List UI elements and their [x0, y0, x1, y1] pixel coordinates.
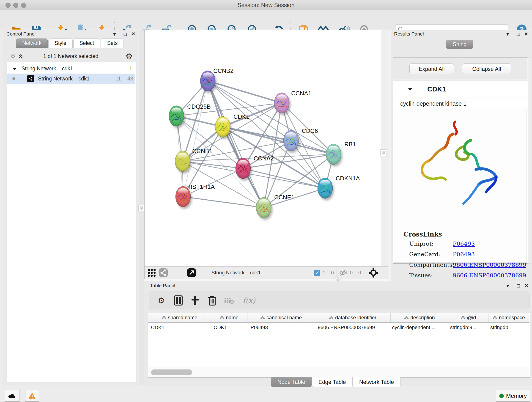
tab-network[interactable]: Network: [16, 38, 48, 48]
create-column-icon[interactable]: [189, 294, 201, 306]
crosslink-link[interactable]: 9606.ENSP00000378699: [453, 272, 526, 279]
network-node-HIST1H1A[interactable]: HIST1H1A: [176, 183, 215, 209]
function-builder-icon: f(x): [240, 294, 258, 306]
table-settings-gear-icon[interactable]: ⚙: [155, 294, 167, 306]
tab-string[interactable]: String: [446, 40, 473, 49]
tab-edge-table[interactable]: Edge Table: [312, 377, 353, 387]
selected-checkbox-icon[interactable]: ✓: [314, 270, 320, 276]
network-edge-CCNA2-HIST1H1A[interactable]: [183, 168, 243, 197]
collection-collapse-icon[interactable]: [12, 66, 17, 72]
crosslink-link[interactable]: P06493: [453, 240, 475, 247]
cell-id[interactable]: stringdb:9...: [447, 323, 488, 332]
column-header-namespace[interactable]: namespace: [488, 313, 530, 322]
cell-canonical-name[interactable]: P06493: [248, 323, 315, 332]
delete-table-icon: [223, 294, 235, 306]
scrollbar-thumb[interactable]: [151, 370, 192, 375]
network-edge-count: 48: [127, 76, 133, 82]
network-list: String Network – cdk1 1 String Network –…: [7, 62, 136, 382]
column-header-name[interactable]: name: [211, 313, 247, 322]
node-label-CCNA1: CCNA1: [291, 90, 311, 97]
memory-button[interactable]: Memory: [496, 390, 530, 402]
panel-close-icon[interactable]: ✕: [524, 31, 528, 37]
network-edge-CCNB2-HIST1H1A[interactable]: [183, 81, 208, 197]
status-bar: Memory: [0, 388, 532, 402]
results-panel: Results Panel ▼ ◻ ✕ String Expand All Co…: [391, 30, 532, 281]
network-options-gear-icon[interactable]: ⚙: [126, 52, 133, 60]
crosslink-link[interactable]: 9606.ENSP00000378699: [453, 262, 526, 268]
column-type-icon: [404, 316, 409, 319]
network-node-RB1[interactable]: RB1: [326, 141, 356, 167]
panel-float-icon[interactable]: ◻: [516, 31, 520, 37]
hidden-counts-text: 0 – 0: [350, 270, 361, 276]
panel-close-icon[interactable]: ✕: [525, 283, 529, 288]
section-collapse-icon[interactable]: [408, 88, 413, 92]
crosslink-label: Uniprot:: [409, 240, 434, 247]
birdseye-view-icon[interactable]: [147, 268, 156, 278]
network-node-CCNA1[interactable]: CCNA1: [274, 90, 311, 115]
network-canvas[interactable]: CCNB2CCNA1CDC25BCDK1CDC6RB1CCNB1CCNA2CDK…: [145, 30, 380, 266]
column-header-shared-name[interactable]: shared name: [148, 313, 211, 322]
network-edge-CCNB2-RB1[interactable]: [208, 81, 334, 154]
panel-close-icon[interactable]: ✕: [132, 31, 135, 37]
warning-icon: [28, 392, 36, 399]
panel-float-icon[interactable]: ◻: [516, 283, 520, 288]
hidden-eye-icon: [339, 269, 348, 276]
column-type-icon: [162, 316, 166, 319]
tab-network-table[interactable]: Network Table: [353, 377, 401, 387]
table-panel-title: Table Panel: [150, 283, 175, 288]
network-node-CCNA2[interactable]: CCNA2: [235, 155, 274, 181]
cdk1-section-header[interactable]: CDK1: [393, 81, 528, 97]
cell-description[interactable]: cyclin-dependent ...: [389, 323, 447, 332]
cell-namespace[interactable]: stringdb: [488, 323, 530, 332]
table-row[interactable]: CDK1 CDK1 P06493 9606.ENSP00000378699 cy…: [148, 323, 530, 332]
table-tabs: Node Table Edge Table Network Table: [271, 377, 400, 387]
crosslink-link[interactable]: P06493: [453, 251, 475, 258]
collapse-all-button[interactable]: Collapse All: [462, 64, 511, 74]
network-node-CDC25B[interactable]: CDC25B: [169, 103, 211, 128]
cell-name[interactable]: CDK1: [211, 323, 248, 332]
hidden-counts-group: 0 – 0: [339, 268, 361, 278]
right-splitter-handle[interactable]: [380, 149, 387, 156]
expand-all-button[interactable]: Expand All: [409, 64, 454, 74]
left-splitter-handle[interactable]: [138, 205, 145, 211]
column-header-canonical-name[interactable]: canonical name: [247, 313, 315, 322]
network-node-CDK1[interactable]: CDK1: [215, 113, 249, 139]
tab-style[interactable]: Style: [48, 38, 72, 48]
panel-float-icon[interactable]: ◻: [123, 31, 127, 37]
node-label-CDC25B: CDC25B: [187, 103, 211, 110]
column-header-id[interactable]: @id: [449, 313, 488, 322]
tab-sets[interactable]: Sets: [101, 38, 124, 48]
crosslink-label: Tissues:: [409, 272, 433, 279]
network-node-CCNE1[interactable]: CCNE1: [256, 194, 294, 220]
network-edge-CCNB2-CCNE1[interactable]: [208, 81, 264, 208]
column-type-icon: [329, 316, 333, 319]
delete-column-icon[interactable]: [206, 294, 218, 306]
tab-select[interactable]: Select: [73, 38, 100, 48]
cell-shared-name[interactable]: CDK1: [148, 323, 211, 332]
tab-node-table[interactable]: Node Table: [271, 377, 312, 387]
network-collection-row[interactable]: String Network – cdk1 1: [7, 64, 135, 74]
center-view-icon[interactable]: [369, 268, 378, 278]
column-type-icon: [220, 316, 224, 319]
cloud-button[interactable]: [5, 390, 19, 402]
table-toolbar: ⚙ f(x): [149, 292, 530, 309]
warning-button[interactable]: [25, 390, 39, 402]
crosslink-label: Compartments:: [409, 262, 454, 268]
column-header-database-identifier[interactable]: database identifier: [315, 313, 391, 322]
cell-database-identifier[interactable]: 9606.ENSP00000378699: [315, 323, 389, 332]
panel-menu-icon[interactable]: ▼: [505, 32, 510, 37]
table-horizontal-scrollbar[interactable]: [148, 367, 530, 377]
column-header-description[interactable]: description: [391, 313, 449, 322]
network-node-CDKN1A[interactable]: CDKN1A: [317, 175, 360, 201]
string-panel-toggle-icon[interactable]: [159, 268, 168, 278]
network-edge-HIST1H1A-CCNE1[interactable]: [183, 197, 264, 208]
network-canvas-scrollbar[interactable]: [381, 30, 389, 266]
network-edge-CCNB2-CCNA1[interactable]: [208, 81, 282, 103]
panel-menu-icon[interactable]: ▼: [505, 283, 510, 288]
results-scrollbar[interactable]: [528, 57, 531, 264]
control-panel-title: Control Panel: [6, 31, 36, 37]
show-columns-icon[interactable]: [172, 294, 184, 306]
open-in-window-icon[interactable]: [187, 268, 196, 278]
network-row-selected[interactable]: String Network – cdk1 11 48: [7, 74, 135, 84]
panel-menu-icon[interactable]: ▼: [112, 32, 117, 37]
